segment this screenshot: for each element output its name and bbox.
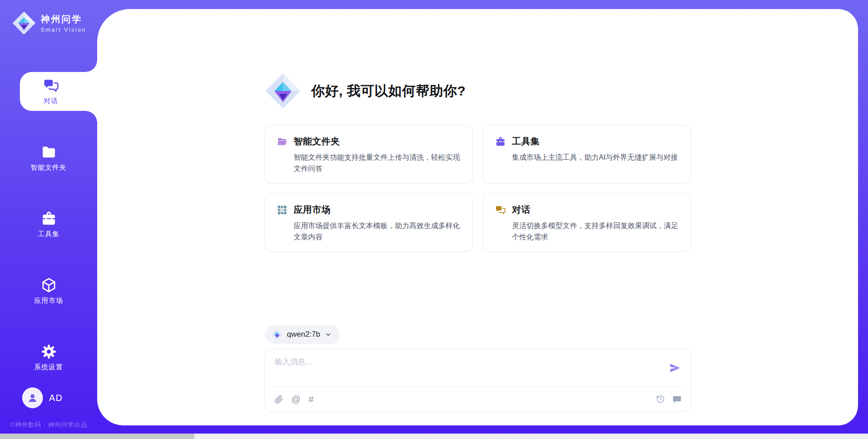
sidebar-item-label: 智能文件夹 <box>31 163 67 172</box>
sidebar-item-smart-folder[interactable]: 智能文件夹 <box>0 138 97 177</box>
greeting: 你好, 我可以如何帮助你? <box>264 72 691 110</box>
folder-icon <box>41 144 57 160</box>
sidebar-item-app-market[interactable]: 应用市场 <box>0 272 97 310</box>
history-icon[interactable] <box>656 395 665 404</box>
card-title: 对话 <box>512 204 531 216</box>
sidebar-footer: ©神州数码 · 神州问学出品 <box>0 421 97 429</box>
send-icon[interactable] <box>669 362 681 374</box>
model-name: qwen2:7b <box>287 330 321 339</box>
sidebar: 神州问学 Smart Vision 对话 智能文件夹 工具集 应用市场 系统设置 <box>0 0 97 434</box>
card-title: 工具集 <box>512 135 540 148</box>
sidebar-item-chat[interactable]: 对话 <box>20 72 97 111</box>
feature-cards: 智能文件夹 智能文件夹功能支持批量文件上传与清洗，轻松实现文件问答 工具集 集成… <box>264 125 691 252</box>
user-profile[interactable]: AD <box>0 387 97 408</box>
sidebar-item-label: 对话 <box>44 97 58 105</box>
user-name: AD <box>49 393 63 403</box>
sidebar-item-settings[interactable]: 系统设置 <box>0 338 97 377</box>
grid-icon <box>277 205 288 215</box>
sidebar-item-label: 系统设置 <box>34 363 63 372</box>
attachment-icon[interactable] <box>274 395 283 404</box>
card-description: 集成市场上主流工具，助力AI与外界无缝扩展与对接 <box>512 152 679 163</box>
model-selector[interactable]: qwen2:7b <box>265 325 340 344</box>
message-input[interactable] <box>275 357 662 379</box>
card-title: 智能文件夹 <box>294 135 340 148</box>
composer: qwen2:7b @ # <box>264 325 691 412</box>
brand-name: 神州问学 <box>41 13 86 25</box>
avatar <box>22 387 43 408</box>
card-chat[interactable]: 对话 灵活切换多模型文件，支持多样回复效果调试，满足个性化需求 <box>483 193 691 252</box>
greeting-text: 你好, 我可以如何帮助你? <box>311 82 466 100</box>
scrollbar-thumb[interactable] <box>0 434 194 439</box>
hashtag-icon[interactable]: # <box>309 395 314 404</box>
card-toolset[interactable]: 工具集 集成市场上主流工具，助力AI与外界无缝扩展与对接 <box>483 125 691 183</box>
message-input-box: @ # <box>264 348 691 412</box>
card-description: 智能文件夹功能支持批量文件上传与清洗，轻松实现文件问答 <box>294 152 461 175</box>
toolbox-icon <box>495 136 506 147</box>
toolbox-icon <box>41 210 57 227</box>
brand: 神州问学 Smart Vision <box>0 0 97 35</box>
folder-open-icon <box>277 136 288 147</box>
brand-subtitle: Smart Vision <box>41 27 86 33</box>
card-smart-folder[interactable]: 智能文件夹 智能文件夹功能支持批量文件上传与清洗，轻松实现文件问答 <box>264 125 473 183</box>
card-app-market[interactable]: 应用市场 应用市场提供丰富长文本模板，助力高效生成多样化文章内容 <box>264 193 473 252</box>
comment-icon[interactable] <box>672 395 682 404</box>
main-content: 你好, 我可以如何帮助你? 智能文件夹 智能文件夹功能支持批量文件上传与清洗，轻… <box>97 9 858 425</box>
horizontal-scrollbar[interactable] <box>0 434 868 439</box>
brand-logo-icon <box>12 11 36 35</box>
sidebar-item-label: 应用市场 <box>34 296 63 305</box>
assistant-logo-icon <box>264 72 302 110</box>
sidebar-nav: 对话 智能文件夹 工具集 应用市场 系统设置 <box>0 72 97 377</box>
person-icon <box>27 392 38 404</box>
card-title: 应用市场 <box>294 204 331 216</box>
chat-icon <box>43 77 59 94</box>
sidebar-item-label: 工具集 <box>38 230 60 239</box>
card-description: 应用市场提供丰富长文本模板，助力高效生成多样化文章内容 <box>294 220 461 243</box>
chevron-down-icon <box>325 331 332 338</box>
cube-icon <box>41 277 57 293</box>
gear-icon <box>41 344 57 360</box>
chat-icon <box>495 205 506 215</box>
model-logo-icon <box>272 329 283 340</box>
mention-icon[interactable]: @ <box>292 395 301 404</box>
card-description: 灵活切换多模型文件，支持多样回复效果调试，满足个性化需求 <box>512 220 679 243</box>
sidebar-item-toolset[interactable]: 工具集 <box>0 205 97 244</box>
